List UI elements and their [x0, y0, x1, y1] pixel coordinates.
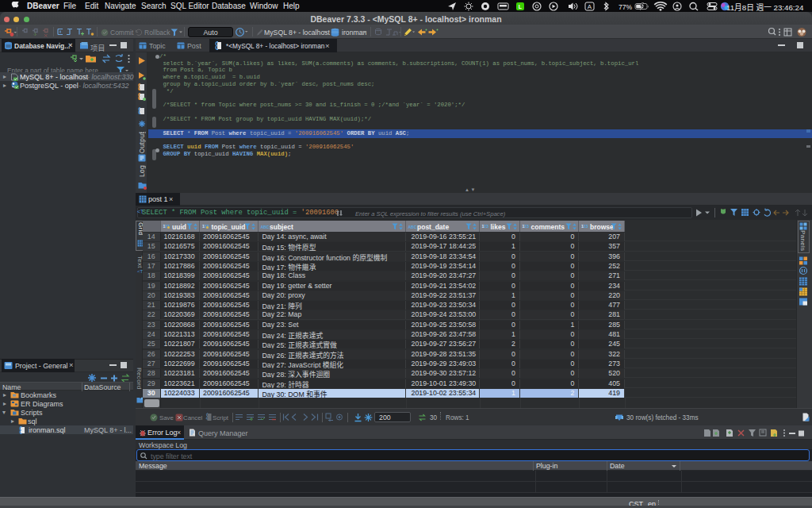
svg-text:A: A [588, 3, 592, 10]
svg-text:L: L [519, 4, 523, 10]
svg-text:77%: 77% [619, 3, 632, 11]
